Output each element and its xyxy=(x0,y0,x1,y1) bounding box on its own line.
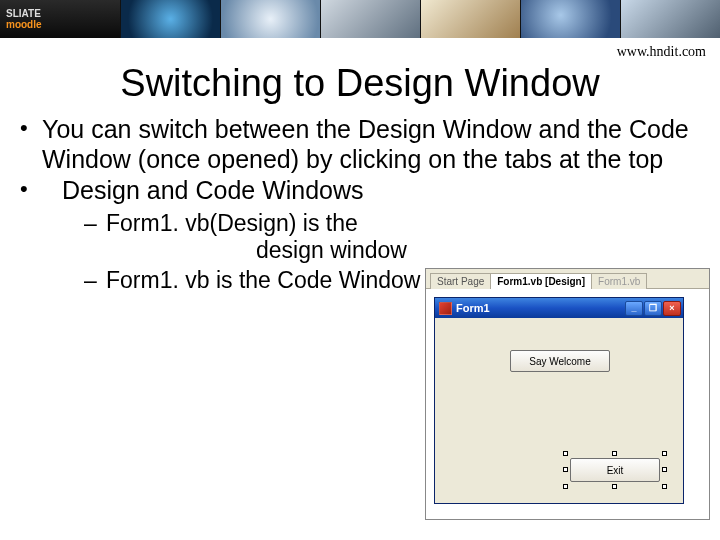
vb-workarea: Form1 _ ❐ × Say Welcome Exit xyxy=(426,289,709,519)
banner-image xyxy=(520,0,620,38)
tab-form-design[interactable]: Form1.vb [Design] xyxy=(490,273,592,289)
logo: SLIATE moodle xyxy=(0,0,120,38)
resize-handle-icon[interactable] xyxy=(662,451,667,456)
resize-handle-icon[interactable] xyxy=(563,451,568,456)
maximize-button[interactable]: ❐ xyxy=(644,301,662,316)
bullet-item: You can switch between the Design Window… xyxy=(18,115,702,174)
banner-image xyxy=(120,0,220,38)
vb-tab-strip: Start Page Form1.vb [Design] Form1.vb xyxy=(426,269,709,289)
sub-bullet-text: Form1. vb(Design) is the xyxy=(106,210,358,236)
resize-handle-icon[interactable] xyxy=(563,467,568,472)
logo-text-1: SLIATE xyxy=(6,8,41,19)
resize-handle-icon[interactable] xyxy=(612,484,617,489)
logo-text-2: moodle xyxy=(6,19,42,30)
say-welcome-button[interactable]: Say Welcome xyxy=(510,350,610,372)
sub-bullet-text: Form1. vb is the Code Window xyxy=(106,267,420,293)
bullet-text: You can switch between the Design Window… xyxy=(42,115,689,173)
close-button[interactable]: × xyxy=(663,301,681,316)
header-banner: SLIATE moodle xyxy=(0,0,720,38)
minimize-button[interactable]: _ xyxy=(625,301,643,316)
vb-form-body: Say Welcome Exit xyxy=(435,318,683,503)
resize-handle-icon[interactable] xyxy=(662,484,667,489)
vb-form-window: Form1 _ ❐ × Say Welcome Exit xyxy=(434,297,684,504)
sub-bullet-item: Form1. vb(Design) is the design window xyxy=(62,210,702,265)
url-text: www.hndit.com xyxy=(0,38,720,60)
resize-handle-icon[interactable] xyxy=(662,467,667,472)
bullet-text: Design and Code Windows xyxy=(62,176,364,204)
vb-designer-screenshot: Start Page Form1.vb [Design] Form1.vb Fo… xyxy=(425,268,710,520)
sub-bullet-text-line2: design window xyxy=(106,237,702,265)
banner-image xyxy=(320,0,420,38)
tab-start-page[interactable]: Start Page xyxy=(430,273,491,289)
resize-handle-icon[interactable] xyxy=(612,451,617,456)
banner-image xyxy=(420,0,520,38)
content-area: You can switch between the Design Window… xyxy=(0,105,720,294)
resize-handle-icon[interactable] xyxy=(563,484,568,489)
page-title: Switching to Design Window xyxy=(0,62,720,105)
banner-image xyxy=(220,0,320,38)
tab-form-code[interactable]: Form1.vb xyxy=(591,273,647,289)
form-icon xyxy=(439,302,452,315)
selection-handles xyxy=(566,454,664,486)
banner-image xyxy=(620,0,720,38)
vb-titlebar: Form1 _ ❐ × xyxy=(435,298,683,318)
form-title: Form1 xyxy=(456,302,490,314)
banner-images xyxy=(120,0,720,38)
